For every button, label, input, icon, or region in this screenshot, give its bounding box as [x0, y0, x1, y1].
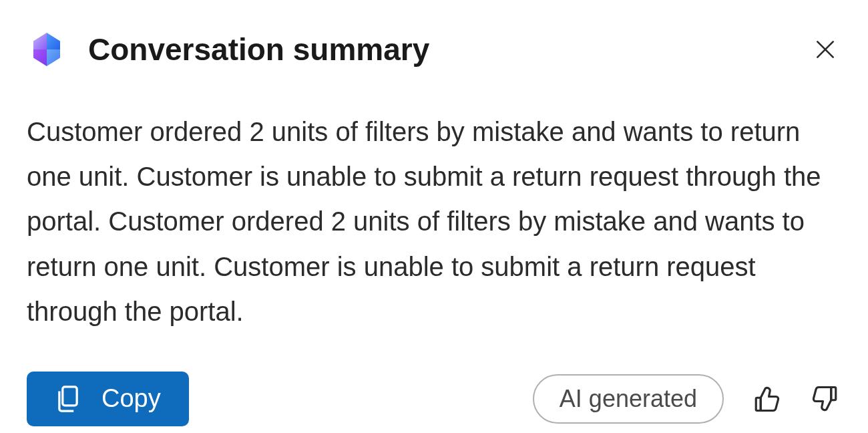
close-icon: [812, 36, 839, 63]
ai-generated-badge: AI generated: [533, 374, 724, 424]
summary-panel: Conversation summary Customer ordered 2 …: [0, 0, 868, 433]
thumbs-up-button[interactable]: [750, 383, 783, 415]
close-button[interactable]: [809, 33, 841, 65]
thumbs-down-icon: [811, 385, 839, 413]
copy-button[interactable]: Copy: [27, 372, 189, 426]
copilot-logo-icon: [27, 29, 67, 69]
copy-label: Copy: [101, 384, 161, 413]
thumbs-down-button[interactable]: [809, 383, 841, 415]
footer-right: AI generated: [533, 374, 841, 424]
panel-footer: Copy AI generated: [27, 372, 841, 426]
header-left: Conversation summary: [27, 29, 429, 69]
summary-body: Customer ordered 2 units of filters by m…: [27, 110, 841, 334]
thumbs-up-icon: [752, 385, 781, 413]
panel-title: Conversation summary: [88, 31, 429, 67]
svg-rect-2: [63, 387, 77, 406]
panel-header: Conversation summary: [27, 29, 841, 69]
copy-icon: [55, 384, 81, 414]
